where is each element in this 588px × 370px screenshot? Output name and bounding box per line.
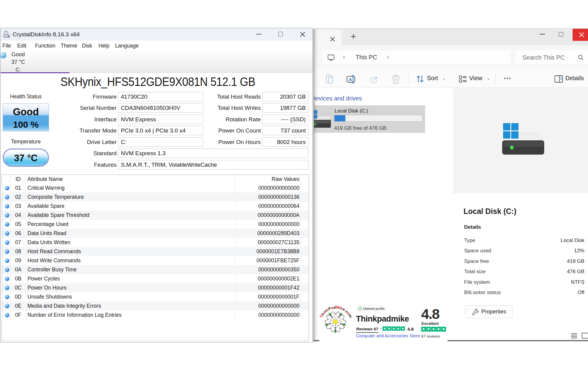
- svg-text:A: A: [349, 77, 352, 82]
